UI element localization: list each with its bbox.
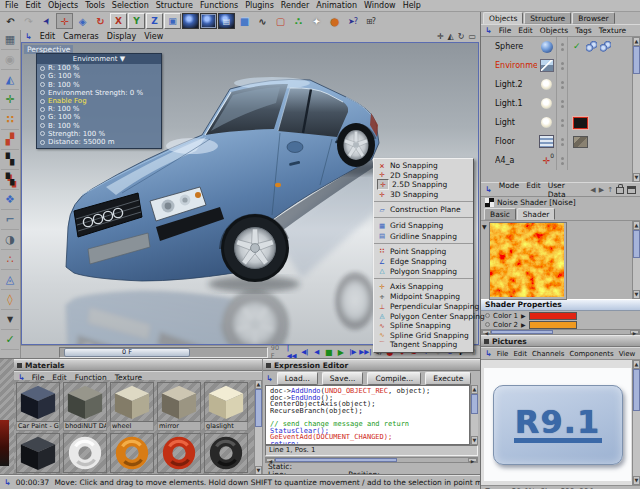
material-preview[interactable] xyxy=(63,433,107,473)
picture-scrollbar[interactable]: ▲ ▼ xyxy=(632,360,640,485)
hud-title[interactable]: Environment ▼ xyxy=(37,54,161,64)
material-name[interactable]: bhodiNUT DANEL xyxy=(63,422,107,431)
make-editable-icon[interactable] xyxy=(1,30,19,50)
lock-y-axis-icon[interactable] xyxy=(128,13,145,29)
object-manager-menu-item[interactable]: Objects xyxy=(540,26,568,35)
object-tag-icon[interactable] xyxy=(573,117,588,129)
scroll-right-icon[interactable]: ▶ xyxy=(468,458,477,462)
model-mode-icon[interactable] xyxy=(1,50,19,70)
object-manager-menu-item[interactable]: File xyxy=(499,26,512,35)
attribute-manager-menu-item[interactable]: Edit xyxy=(526,181,541,199)
pictures-menu-item[interactable]: Channels xyxy=(532,350,564,358)
visibility-dots[interactable] xyxy=(556,56,568,75)
visibility-dots[interactable] xyxy=(556,75,568,94)
scrollbar-thumb[interactable] xyxy=(255,389,262,427)
panel-menu-icon[interactable]: ↳ xyxy=(485,349,492,358)
object-manager-menu-item[interactable]: Edit xyxy=(518,26,533,35)
axis-mode-icon[interactable] xyxy=(1,90,19,110)
material-preview[interactable] xyxy=(16,433,60,473)
tab-structure[interactable]: Structure xyxy=(524,12,571,24)
object-name[interactable]: A4_a xyxy=(495,156,537,165)
pictures-menu-item[interactable]: Components xyxy=(569,350,613,358)
hud-parameter[interactable]: G: 100 % xyxy=(37,72,161,80)
next-frame-button[interactable] xyxy=(347,347,359,358)
scrollbar-thumb[interactable] xyxy=(471,394,478,414)
material-preview[interactable] xyxy=(204,433,248,473)
scroll-right-icon[interactable]: ▶ xyxy=(630,330,639,334)
previous-frame-button[interactable] xyxy=(311,347,323,358)
scroll-left-icon[interactable]: ◀ xyxy=(482,330,491,334)
material-name[interactable]: Car Paint - Glossy xyxy=(16,422,60,431)
scroll-up-icon[interactable]: ▲ xyxy=(471,385,478,394)
menu-item-3d-snapping[interactable]: 3D Snapping xyxy=(374,190,473,200)
object-type-icon[interactable] xyxy=(539,78,554,91)
object-row-light[interactable]: + Light xyxy=(481,113,640,132)
object-tag-icon[interactable] xyxy=(573,41,583,52)
color-swatch[interactable] xyxy=(529,312,577,320)
object-manager-menu-item[interactable]: Texture xyxy=(599,26,626,35)
material-swatch-orange-torus[interactable] xyxy=(110,433,154,473)
execute-button[interactable]: Execute xyxy=(425,372,471,385)
scrollbar-thumb[interactable] xyxy=(633,46,640,74)
object-type-icon[interactable] xyxy=(539,59,554,72)
hud-parameter[interactable]: B: 100 % xyxy=(37,122,161,130)
scroll-down-icon[interactable]: ▼ xyxy=(633,290,640,299)
lock-z-axis-icon[interactable] xyxy=(146,13,163,29)
render-active-objects-icon[interactable] xyxy=(200,13,217,29)
menubar-item[interactable]: Help xyxy=(403,1,421,10)
material-preview[interactable] xyxy=(110,382,154,422)
object-name[interactable]: Light.1 xyxy=(495,99,537,108)
menubar-item[interactable]: Render xyxy=(281,1,309,10)
previous-key-button[interactable] xyxy=(299,347,311,358)
panel-menu-icon[interactable]: ↳ xyxy=(25,32,32,41)
history-back-icon[interactable]: ◀ xyxy=(590,186,595,194)
material-bhodinut-danel[interactable]: bhodiNUT DANEL xyxy=(63,382,107,431)
tab-objects[interactable]: Objects xyxy=(483,12,523,24)
hud-parameter[interactable]: Enable Fog xyxy=(37,97,161,105)
noise-shader-preview[interactable] xyxy=(489,222,567,300)
menubar-item[interactable]: Plugins xyxy=(245,1,274,10)
menu-item-construction-plane[interactable]: Construction Plane xyxy=(374,201,473,215)
material-preview[interactable] xyxy=(16,382,60,422)
viewport-menu-item[interactable]: Edit xyxy=(40,32,56,41)
scale-icon[interactable] xyxy=(74,13,91,29)
viewport-menu-item[interactable]: View xyxy=(144,32,163,41)
snap-settings-icon[interactable] xyxy=(1,270,19,290)
add-hypernurbs-icon[interactable] xyxy=(272,13,289,29)
render-settings-icon[interactable] xyxy=(218,13,235,29)
menu-item-grid-snapping[interactable]: Grid Snapping xyxy=(374,217,473,231)
materials-titlebar[interactable]: Materials xyxy=(14,359,262,371)
scroll-down-icon[interactable]: ▼ xyxy=(255,466,262,475)
object-name[interactable]: Sphere xyxy=(495,42,537,51)
texture-mode-icon[interactable] xyxy=(1,150,19,170)
object-name[interactable]: Light xyxy=(495,118,537,127)
add-array-icon[interactable] xyxy=(290,13,307,29)
material-swatch-black[interactable] xyxy=(16,433,60,473)
chevron-right-icon[interactable]: ▶ xyxy=(521,312,526,319)
material-wheel[interactable]: wheel xyxy=(110,382,154,431)
scroll-down-icon[interactable]: ▼ xyxy=(633,173,640,182)
tab-browser[interactable]: Browser xyxy=(572,12,614,24)
hud-parameter[interactable]: Distance: 55000 m xyxy=(37,138,161,146)
scroll-up-icon[interactable]: ▲ xyxy=(255,380,262,389)
selection-filter-icon[interactable] xyxy=(1,250,19,270)
material-name[interactable]: glaslight xyxy=(204,422,248,431)
undo-icon[interactable] xyxy=(2,13,19,29)
menu-item-tangent-snapping[interactable]: Tangent Snapping xyxy=(374,340,473,350)
object-mode-icon[interactable] xyxy=(1,70,19,90)
panel-menu-icon[interactable]: ↳ xyxy=(485,26,492,35)
context-help-icon[interactable] xyxy=(344,13,361,29)
menubar-item[interactable]: Edit xyxy=(25,1,41,10)
save-button[interactable]: Save... xyxy=(322,372,364,385)
object-tag-icon[interactable] xyxy=(573,136,588,148)
hud-parameter[interactable]: R: 100 % xyxy=(37,64,161,72)
material-name[interactable]: mirror xyxy=(157,422,201,431)
menubar-item[interactable]: File xyxy=(5,1,18,10)
expression-editor-titlebar[interactable]: Expression Editor xyxy=(263,359,480,371)
clipped-material-swatch[interactable] xyxy=(0,420,9,466)
timeline-track[interactable]: 0 F xyxy=(59,347,268,358)
object-list-scrollbar[interactable]: ▲ ▼ xyxy=(632,37,640,182)
play-button[interactable] xyxy=(335,347,347,358)
pictures-menu-item[interactable]: View xyxy=(619,350,636,358)
attribute-manager-menu-item[interactable]: Mode xyxy=(499,181,519,199)
